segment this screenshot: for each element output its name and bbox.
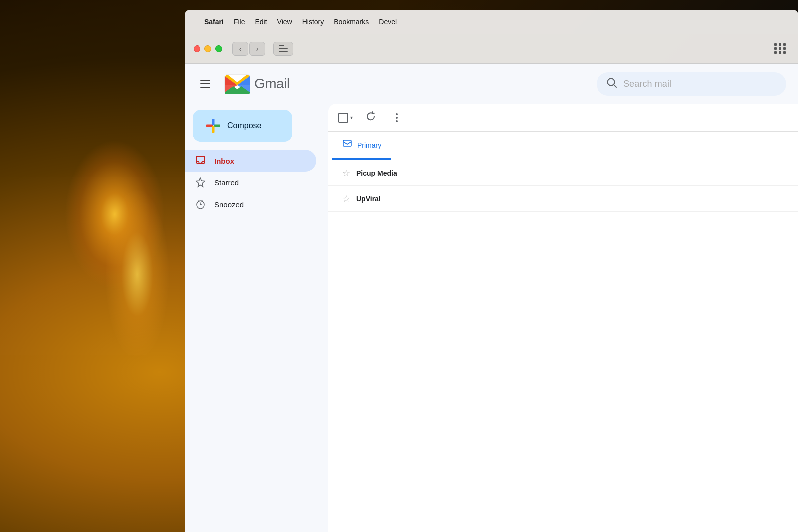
select-all-checkbox[interactable]: ▾ — [338, 113, 353, 123]
snoozed-nav-label: Snoozed — [214, 200, 244, 209]
gmail-logo-area: Gmail — [224, 73, 290, 94]
sidebar-toggle-icon — [279, 45, 288, 52]
tab-primary[interactable]: Primary — [332, 132, 391, 160]
compose-label: Compose — [227, 121, 261, 130]
forward-arrow-icon: › — [256, 45, 259, 53]
gmail-main-panel: ▾ — [328, 104, 798, 532]
checkbox-square-icon — [338, 113, 348, 123]
hamburger-line-1 — [200, 80, 210, 81]
hamburger-menu-button[interactable] — [197, 74, 216, 94]
menubar-devel[interactable]: Devel — [379, 18, 397, 26]
more-options-button[interactable] — [389, 110, 404, 126]
gmail-sidebar: Compose Inbox Starred — [185, 104, 324, 532]
refresh-button[interactable] — [363, 110, 379, 126]
sidebar-item-snoozed[interactable]: Snoozed — [185, 193, 316, 215]
starred-nav-label: Starred — [214, 178, 239, 187]
menubar-safari[interactable]: Safari — [204, 18, 224, 26]
star-icon-2[interactable]: ☆ — [342, 193, 350, 204]
menubar-bookmarks[interactable]: Bookmarks — [334, 18, 369, 26]
menubar-file[interactable]: File — [234, 18, 245, 26]
minimize-button[interactable] — [204, 45, 211, 52]
sidebar-item-inbox[interactable]: Inbox — [185, 150, 316, 172]
search-placeholder-text: Search mail — [623, 79, 671, 89]
svg-rect-3 — [196, 156, 205, 163]
inbox-nav-icon — [195, 155, 206, 167]
gmail-header: Gmail Search mail — [185, 64, 798, 104]
more-dot-3 — [396, 120, 398, 122]
maximize-button[interactable] — [215, 45, 222, 52]
svg-line-2 — [614, 84, 617, 87]
menubar-history[interactable]: History — [302, 18, 324, 26]
email-sender-1: Picup Media — [356, 169, 436, 177]
sidebar-toggle-button[interactable] — [273, 42, 293, 56]
back-button[interactable]: ‹ — [232, 42, 248, 56]
primary-tab-label: Primary — [357, 141, 381, 149]
safari-toolbar: ‹ › — [185, 34, 798, 64]
gmail-search-bar[interactable]: Search mail — [597, 72, 786, 96]
checkbox-dropdown-arrow: ▾ — [350, 115, 353, 120]
email-sender-2: UpViral — [356, 195, 436, 203]
inbox-nav-label: Inbox — [214, 157, 234, 165]
gmail-content-area: Gmail Search mail — [185, 64, 798, 532]
email-row-2[interactable]: ☆ UpViral — [328, 186, 798, 212]
search-icon — [606, 77, 617, 91]
close-button[interactable] — [194, 45, 200, 52]
hamburger-line-2 — [200, 83, 210, 84]
star-icon-1[interactable]: ☆ — [342, 168, 350, 178]
macos-menubar: Safari File Edit View History Bookmarks … — [185, 10, 798, 34]
light-glow-2 — [100, 175, 175, 374]
email-toolbar: ▾ — [328, 104, 798, 132]
menubar-view[interactable]: View — [277, 18, 292, 26]
traffic-lights — [194, 45, 222, 52]
gmail-m-icon — [224, 73, 250, 94]
more-dot-2 — [396, 117, 398, 119]
back-arrow-icon: ‹ — [239, 45, 242, 53]
email-row-1[interactable]: ☆ Picup Media — [328, 160, 798, 186]
more-dot-1 — [396, 113, 398, 115]
compose-plus-icon — [206, 119, 220, 133]
sidebar-item-starred[interactable]: Starred — [185, 172, 316, 193]
primary-tab-icon — [342, 139, 352, 151]
tab-grid-button[interactable] — [771, 42, 789, 56]
snoozed-nav-icon — [195, 198, 206, 210]
gmail-wordmark: Gmail — [254, 76, 290, 92]
refresh-icon — [366, 111, 376, 124]
nav-arrows: ‹ › — [232, 42, 265, 56]
hamburger-line-3 — [200, 87, 210, 88]
starred-nav-icon — [195, 177, 206, 188]
svg-marker-4 — [196, 178, 205, 187]
compose-button[interactable]: Compose — [193, 110, 292, 142]
forward-button[interactable]: › — [249, 42, 265, 56]
email-tabs: Primary — [328, 132, 798, 160]
menubar-edit[interactable]: Edit — [255, 18, 267, 26]
grid-dots-icon — [774, 43, 786, 54]
svg-rect-8 — [343, 140, 351, 146]
gmail-body: Compose Inbox Starred — [185, 104, 798, 532]
